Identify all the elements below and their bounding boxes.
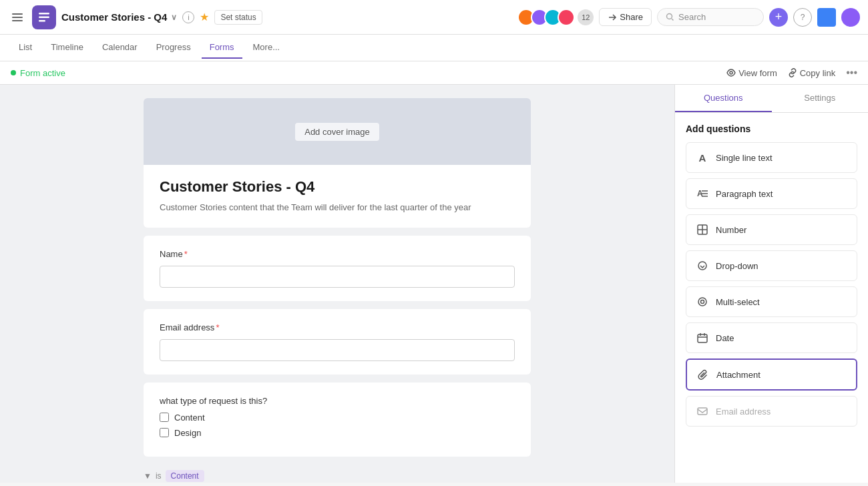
set-status-label: Set status: [220, 13, 256, 22]
hamburger-icon[interactable]: [8, 8, 27, 27]
svg-point-16: [698, 298, 706, 306]
form-wrapper: Add cover image Customer Stories - Q4 Cu…: [144, 98, 531, 483]
avatar-count: 12: [578, 9, 594, 25]
condition-badge: Content: [166, 470, 204, 482]
formactive-label: Form active: [20, 68, 65, 78]
plus-button[interactable]: +: [769, 8, 788, 27]
set-status-button[interactable]: Set status: [214, 10, 262, 25]
panel-tab-settings[interactable]: Settings: [772, 85, 869, 112]
title-chevron-icon[interactable]: ∨: [171, 13, 177, 22]
project-title-text: Customer Stories - Q4: [61, 11, 167, 23]
field-required-name: *: [184, 249, 188, 259]
question-item-date[interactable]: Date: [686, 322, 857, 353]
tab-progress[interactable]: Progress: [148, 37, 199, 59]
svg-rect-4: [39, 16, 49, 18]
form-description: Customer Stories content that the Team w…: [160, 201, 515, 214]
panel-tabs: Questions Settings: [675, 85, 868, 113]
avatar-4: [558, 9, 575, 26]
question-label-single-line-text: Single line text: [716, 153, 773, 163]
search-placeholder: Search: [678, 12, 706, 22]
field-label-text-name: Name: [160, 249, 183, 259]
share-label: Share: [620, 12, 643, 22]
right-panel: Questions Settings Add questions A Singl…: [674, 85, 868, 483]
field-required-email: *: [216, 322, 219, 332]
form-area: Add cover image Customer Stories - Q4 Cu…: [0, 85, 674, 483]
accent-square: [817, 8, 836, 27]
question-label-date: Date: [716, 333, 734, 343]
question-item-multi-select[interactable]: Multi-select: [686, 286, 857, 317]
svg-point-6: [667, 14, 672, 19]
question-label-multi-select: Multi-select: [716, 297, 760, 307]
project-title: Customer Stories - Q4 ∨: [61, 11, 177, 23]
search-box[interactable]: Search: [657, 8, 764, 26]
question-item-email-address[interactable]: Email address: [686, 396, 857, 427]
paragraph-text-icon: A: [696, 187, 709, 200]
checkbox-content-label: Content: [174, 413, 205, 423]
tab-list[interactable]: List: [11, 37, 40, 59]
user-avatar[interactable]: [841, 8, 860, 27]
tab-forms[interactable]: Forms: [202, 37, 242, 59]
topbar: Customer Stories - Q4 ∨ i ★ Set status 1…: [0, 0, 868, 35]
field-input-name[interactable]: [160, 266, 515, 288]
number-icon: [696, 223, 709, 236]
field-label-text-email: Email address: [160, 322, 214, 332]
panel-tab-questions[interactable]: Questions: [675, 85, 772, 112]
svg-point-7: [730, 71, 732, 74]
tab-timeline[interactable]: Timeline: [43, 37, 91, 59]
svg-rect-5: [39, 20, 45, 22]
single-line-text-icon: A: [696, 151, 709, 164]
svg-rect-0: [12, 13, 23, 15]
form-header-card: Customer Stories - Q4 Customer Stories c…: [144, 165, 531, 228]
view-form-label: View form: [738, 68, 777, 78]
svg-rect-2: [12, 20, 23, 21]
question-item-number[interactable]: Number: [686, 214, 857, 245]
question-label-paragraph-text: Paragraph text: [716, 189, 773, 199]
question-item-attachment[interactable]: Attachment: [686, 358, 857, 391]
add-cover-button[interactable]: Add cover image: [295, 123, 379, 141]
field-card-request-type: what type of request is this? Content De…: [144, 383, 531, 457]
question-item-paragraph-text[interactable]: A Paragraph text: [686, 178, 857, 209]
nav-tabs: List Timeline Calendar Progress Forms Mo…: [0, 35, 868, 61]
svg-rect-18: [698, 334, 707, 342]
checkbox-design: Design: [160, 428, 515, 438]
email-address-icon: [696, 405, 709, 418]
field-card-email: Email address*: [144, 309, 531, 375]
info-icon[interactable]: i: [182, 11, 194, 23]
checkbox-design-input[interactable]: [160, 428, 169, 437]
checkbox-content: Content: [160, 413, 515, 423]
condition-arrow-icon: ▼: [144, 471, 152, 481]
checkbox-design-label: Design: [174, 428, 201, 438]
field-card-name: Name*: [144, 236, 531, 301]
dropdown-icon: [696, 259, 709, 272]
tab-calendar[interactable]: Calendar: [94, 37, 146, 59]
date-icon: [696, 331, 709, 344]
add-questions-title: Add questions: [686, 124, 857, 134]
question-item-single-line-text[interactable]: A Single line text: [686, 142, 857, 173]
copy-link-button[interactable]: Copy link: [788, 68, 835, 78]
multi-select-icon: [696, 295, 709, 308]
help-button[interactable]: ?: [793, 8, 812, 27]
question-item-dropdown[interactable]: Drop-down: [686, 250, 857, 281]
formactive-bar: Form active View form Copy link •••: [0, 61, 868, 85]
copy-link-label: Copy link: [800, 68, 835, 78]
view-form-button[interactable]: View form: [726, 68, 777, 78]
app-icon[interactable]: [32, 5, 56, 29]
topbar-right: 12 Share Search + ?: [517, 8, 860, 27]
question-label-email-address: Email address: [716, 407, 771, 417]
form-title: Customer Stories - Q4: [160, 178, 515, 196]
panel-content: Add questions A Single line text A Parag…: [675, 113, 868, 443]
condition-prefix: is: [156, 471, 162, 481]
tab-more[interactable]: More...: [245, 37, 288, 59]
more-options-icon[interactable]: •••: [846, 67, 857, 79]
svg-rect-22: [698, 408, 707, 415]
formactive-actions: View form Copy link •••: [726, 67, 857, 79]
field-input-email[interactable]: [160, 339, 515, 361]
condition-row: ▼ is Content: [144, 465, 531, 483]
share-button[interactable]: Share: [599, 8, 652, 26]
attachment-icon: [696, 368, 710, 381]
svg-point-17: [701, 300, 704, 304]
svg-point-15: [698, 262, 706, 270]
star-icon[interactable]: ★: [200, 11, 209, 23]
checkbox-content-input[interactable]: [160, 413, 169, 422]
topbar-left: Customer Stories - Q4 ∨ i ★ Set status: [8, 5, 512, 29]
